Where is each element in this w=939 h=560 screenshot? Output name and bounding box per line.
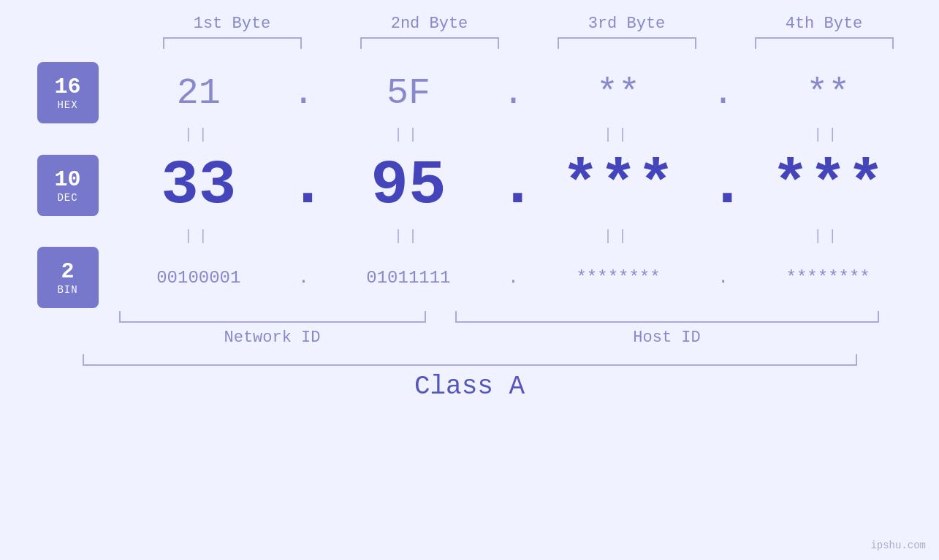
eq1-1: || [129,126,268,143]
eq1-3: || [549,126,688,143]
dec-val-4: *** [759,150,897,221]
byte-3-label: 3rd Byte [547,15,707,33]
dec-val-3: *** [549,150,688,221]
hex-dot-3: . [709,72,738,114]
dec-val-1: 33 [129,150,268,221]
dec-dot-3: . [709,150,738,221]
bin-badge: 2 BIN [37,247,99,308]
bin-val-4: ******** [759,268,897,288]
eq2-1: || [129,228,268,245]
bracket-byte4 [755,37,894,49]
main-container: 1st Byte 2nd Byte 3rd Byte 4th Byte 16 H… [0,0,939,560]
byte-2-label: 2nd Byte [349,15,510,33]
byte-4-label: 4th Byte [744,15,905,33]
bin-val-3: ******** [549,268,688,288]
network-id-label: Network ID [119,329,426,347]
hex-dot-1: . [289,72,318,114]
dec-dot-2: . [498,150,528,221]
hex-val-2: 5F [339,72,478,114]
bin-val-1: 00100001 [129,268,268,288]
bracket-byte3 [558,37,696,49]
dec-badge: 10 DEC [37,155,99,216]
hex-val-3: ** [549,72,688,114]
eq2-4: || [759,228,897,245]
dec-dot-1: . [289,150,318,221]
bracket-byte1 [163,37,302,49]
eq2-2: || [339,228,478,245]
class-label: Class A [0,372,939,402]
bracket-byte2 [360,37,499,49]
eq2-3: || [549,228,688,245]
hex-badge: 16 HEX [37,62,99,123]
hex-dot-2: . [498,72,528,114]
bin-val-2: 01011111 [339,268,478,288]
hex-val-1: 21 [129,72,268,114]
dec-val-2: 95 [339,150,478,221]
bin-dot-3: . [709,268,738,288]
class-bracket [83,354,857,366]
network-id-bracket [119,311,426,323]
host-id-bracket [455,311,879,323]
host-id-label: Host ID [455,329,879,347]
eq1-4: || [759,126,897,143]
bin-dot-2: . [498,268,528,288]
byte-1-label: 1st Byte [152,15,313,33]
watermark: ipshu.com [870,540,926,551]
bin-dot-1: . [289,268,318,288]
eq1-2: || [339,126,478,143]
hex-val-4: ** [759,72,897,114]
